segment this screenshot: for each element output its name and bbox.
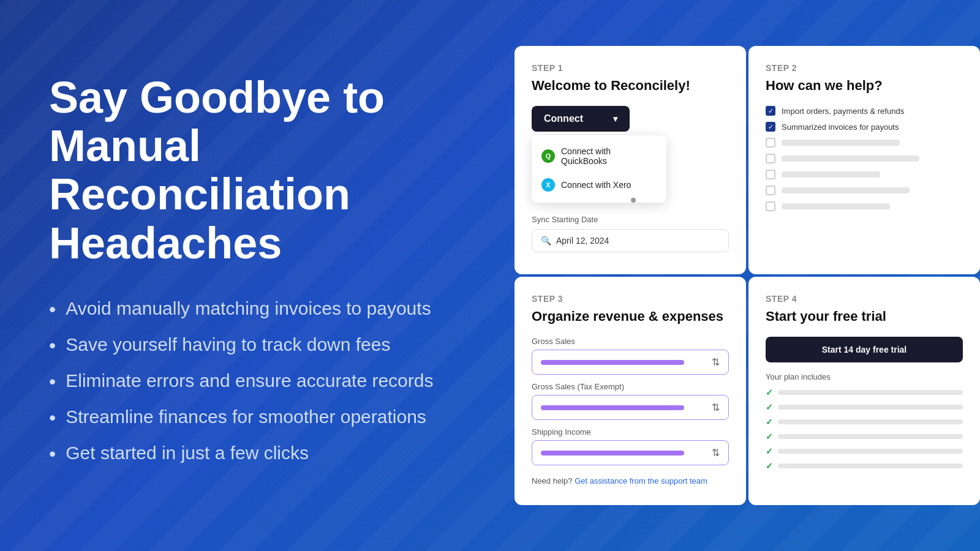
card-step3: STEP 3 Organize revenue & expenses Gross…	[514, 277, 746, 505]
headline: Say Goodbye to Manual Reconciliation Hea…	[49, 73, 514, 268]
bullet-item-5: Get started in just a few clicks	[49, 443, 514, 465]
checkbox-row-2[interactable]: ✓ Summarized invoices for payouts	[766, 122, 963, 132]
step4-title: Start your free trial	[766, 309, 963, 324]
plan-item-3: ✓	[766, 417, 963, 427]
card-step2: STEP 2 How can we help? ✓ Import orders,…	[748, 46, 980, 274]
sync-date-label: Sync Starting Date	[532, 215, 729, 224]
gross-sales-select[interactable]: ⇅	[532, 350, 729, 375]
checkbox-row-4[interactable]	[766, 154, 963, 163]
quickbooks-icon: Q	[541, 149, 555, 163]
connect-dropdown: Q Connect with QuickBooks X Connect with…	[532, 135, 666, 203]
support-link[interactable]: Get assistance from the support team	[575, 476, 707, 485]
checkbox-row-7[interactable]	[766, 201, 963, 211]
checkbox-checked-2[interactable]: ✓	[766, 122, 775, 132]
plan-item-1: ✓	[766, 388, 963, 397]
bullet-item-4: Streamline finances for smoother operati…	[49, 407, 514, 429]
checkbox-row-1[interactable]: ✓ Import orders, payments & refunds	[766, 106, 963, 116]
connect-button[interactable]: Connect ▾	[532, 106, 630, 132]
plan-line-5	[778, 449, 963, 454]
step3-label: STEP 3	[532, 294, 729, 304]
gray-line-2	[782, 156, 919, 162]
step4-label: STEP 4	[766, 294, 963, 304]
select-chevron-1: ⇅	[712, 356, 720, 368]
check-icon-2: ✓	[766, 402, 773, 412]
plan-item-6: ✓	[766, 461, 963, 471]
shipping-income-select[interactable]: ⇅	[532, 440, 729, 465]
plan-item-5: ✓	[766, 446, 963, 456]
step2-label: STEP 2	[766, 63, 963, 73]
checkbox-unchecked-1[interactable]	[766, 138, 775, 148]
step3-title: Organize revenue & expenses	[532, 309, 729, 324]
checkbox-unchecked-2[interactable]	[766, 154, 775, 163]
step1-title: Welcome to Reconcilely!	[532, 78, 729, 94]
bullet-item-1: Avoid manually matching invoices to payo…	[49, 298, 514, 321]
gray-line-4	[782, 187, 910, 193]
select-chevron-3: ⇅	[712, 447, 720, 459]
sync-date-input[interactable]: 🔍 April 12, 2024	[532, 229, 729, 252]
step2-title: How can we help?	[766, 78, 963, 94]
plan-item-2: ✓	[766, 402, 963, 412]
plan-item-4: ✓	[766, 432, 963, 441]
connect-quickbooks-item[interactable]: Q Connect with QuickBooks	[532, 140, 666, 172]
checkbox-checked-1[interactable]: ✓	[766, 106, 775, 116]
steps-grid: STEP 1 Welcome to Reconcilely! Connect ▾…	[514, 46, 980, 505]
bullet-item-2: Save yourself having to track down fees	[49, 334, 514, 357]
headline-line1: Say Goodbye to Manual	[49, 73, 385, 170]
sync-date-section: Sync Starting Date 🔍 April 12, 2024	[532, 215, 729, 252]
bullet-item-3: Eliminate errors and ensure accurate rec…	[49, 370, 514, 393]
help-link-section: Need help? Get assistance from the suppo…	[532, 476, 729, 485]
shipping-income-label: Shipping Income	[532, 427, 729, 437]
plan-line-4	[778, 434, 963, 439]
select-bar-1	[541, 360, 684, 365]
plan-line-1	[778, 390, 963, 395]
bullet-list: Avoid manually matching invoices to payo…	[49, 298, 514, 465]
plan-line-2	[778, 405, 963, 410]
checkbox-label-2: Summarized invoices for payouts	[782, 122, 899, 132]
check-icon-1: ✓	[766, 388, 773, 397]
gray-line-5	[782, 203, 890, 209]
gross-sales-label: Gross Sales	[532, 337, 729, 346]
check-icon-6: ✓	[766, 461, 773, 471]
check-icon-5: ✓	[766, 446, 773, 456]
card-step4: STEP 4 Start your free trial Start 14 da…	[748, 277, 980, 505]
gross-sales-tax-label: Gross Sales (Tax Exempt)	[532, 382, 729, 391]
select-chevron-2: ⇅	[712, 402, 720, 413]
checkbox-unchecked-3[interactable]	[766, 170, 775, 179]
select-bar-2	[541, 405, 684, 410]
plan-line-6	[778, 463, 963, 468]
headline-line2: Reconciliation Headaches	[49, 170, 350, 267]
calendar-icon: 🔍	[541, 236, 551, 246]
gross-sales-tax-select[interactable]: ⇅	[532, 395, 729, 420]
select-bar-3	[541, 451, 684, 455]
plan-includes-label: Your plan includes	[766, 372, 963, 381]
checkbox-row-3[interactable]	[766, 138, 963, 148]
checkbox-row-5[interactable]	[766, 170, 963, 179]
start-trial-button[interactable]: Start 14 day free trial	[766, 337, 963, 362]
gray-line-1	[782, 140, 900, 146]
plan-line-3	[778, 419, 963, 424]
checkbox-unchecked-4[interactable]	[766, 186, 775, 195]
checkbox-label-1: Import orders, payments & refunds	[782, 107, 904, 116]
checkbox-unchecked-5[interactable]	[766, 201, 775, 211]
gray-line-3	[782, 171, 880, 178]
chevron-down-icon: ▾	[613, 114, 617, 124]
check-icon-3: ✓	[766, 417, 773, 427]
xero-icon: X	[541, 178, 555, 192]
card-step1: STEP 1 Welcome to Reconcilely! Connect ▾…	[514, 46, 746, 274]
checkbox-row-6[interactable]	[766, 186, 963, 195]
check-icon-4: ✓	[766, 432, 773, 441]
step1-label: STEP 1	[532, 63, 729, 73]
left-section: Say Goodbye to Manual Reconciliation Hea…	[49, 73, 514, 479]
connect-xero-item[interactable]: X Connect with Xero	[532, 172, 666, 198]
